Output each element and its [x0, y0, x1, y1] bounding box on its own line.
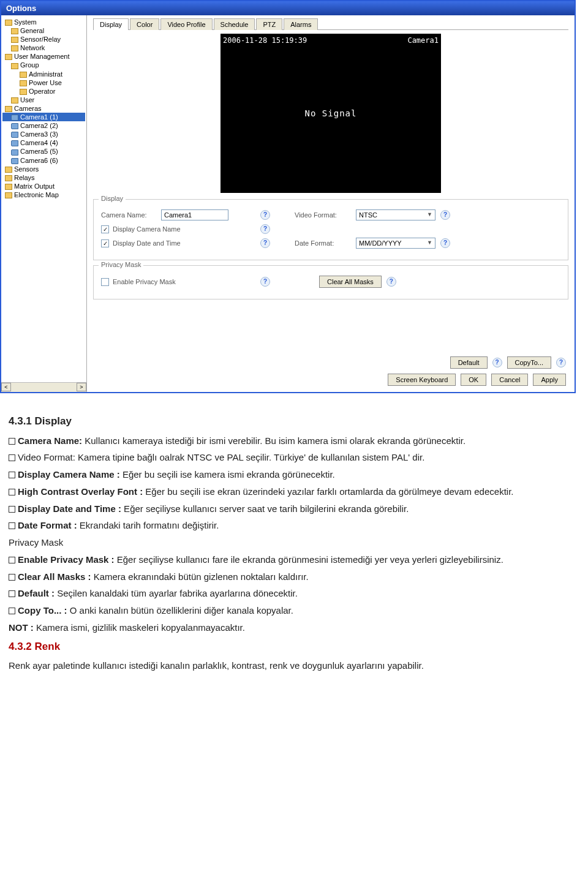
- folder-icon: [5, 192, 12, 198]
- tree-item-camera5-5-[interactable]: Camera5 (5): [2, 147, 85, 156]
- tree-item-label: Operator: [29, 88, 55, 95]
- tree-item-camera6-6-[interactable]: Camera6 (6): [2, 156, 85, 165]
- camera-icon: [11, 158, 18, 164]
- scroll-right-icon[interactable]: >: [77, 383, 86, 391]
- tree-item-network[interactable]: Network: [2, 43, 85, 52]
- tree-item-label: Relays: [14, 174, 35, 181]
- camera-icon: [11, 149, 18, 156]
- tree-item-label: Matrix Output: [14, 183, 55, 190]
- tree-item-electronic-map[interactable]: Electronic Map: [2, 190, 85, 199]
- folder-icon: [11, 45, 18, 51]
- tree-item-label: User: [20, 96, 34, 104]
- tree-item-matrix-output[interactable]: Matrix Output: [2, 182, 85, 190]
- item-body: Kullanıcı kameraya istediği bir ismi ver…: [82, 435, 466, 446]
- help-icon[interactable]: ?: [492, 358, 502, 367]
- video-format-label: Video Format:: [295, 211, 351, 219]
- help-icon[interactable]: ?: [260, 210, 270, 220]
- folder-icon: [5, 167, 12, 173]
- square-icon: [9, 557, 15, 563]
- item-body: Video Format: Kamera tipine bağlı oalrak…: [18, 452, 424, 462]
- apply-button[interactable]: Apply: [533, 374, 566, 386]
- tree-item-label: Camera6 (6): [20, 157, 58, 164]
- item-body: Kamera ismi, gizlilik maskeleri kopyalan…: [34, 622, 245, 633]
- display-camera-name-label: Display Camera Name: [113, 225, 181, 233]
- tab-display[interactable]: Display: [93, 18, 129, 30]
- tree-item-relays[interactable]: Relays: [2, 173, 85, 182]
- preview-camera-label: Camera1: [407, 36, 439, 45]
- screen-keyboard-button[interactable]: Screen Keyboard: [388, 374, 456, 386]
- default-button[interactable]: Default: [450, 356, 488, 369]
- tree-scrollbar[interactable]: < >: [1, 382, 86, 392]
- help-icon[interactable]: ?: [260, 277, 270, 287]
- tree-item-camera1-1-[interactable]: Camera1 (1): [2, 113, 85, 121]
- display-group: Display Camera Name: Camera1 ? Video For…: [93, 199, 568, 260]
- tree-panel: SystemGeneralSensor/RelayNetworkUser Man…: [1, 15, 87, 392]
- item-body: Renk ayar paletinde kullanıcı istediği k…: [9, 659, 579, 672]
- item-title: Display Date and Time :: [18, 503, 121, 514]
- folder-icon: [5, 20, 12, 26]
- doc-item: Clear All Masks : Kamera ekranındaki büt…: [9, 570, 579, 584]
- clear-all-masks-button[interactable]: Clear All Masks: [319, 276, 382, 288]
- doc-item: Display Camera Name : Eğer bu seçili ise…: [9, 468, 579, 481]
- help-icon[interactable]: ?: [556, 358, 566, 367]
- tree-item-administrat[interactable]: Administrat: [2, 70, 85, 78]
- tree-item-label: Electronic Map: [14, 191, 59, 198]
- chevron-down-icon: ▼: [427, 239, 432, 247]
- date-format-combo[interactable]: MM/DD/YYYY ▼: [356, 238, 435, 249]
- tree-item-operator[interactable]: Operator: [2, 87, 85, 96]
- doc-item: Camera Name: Kullanıcı kameraya istediği…: [9, 434, 579, 448]
- help-icon[interactable]: ?: [440, 238, 450, 248]
- tree-item-system[interactable]: System: [2, 18, 85, 26]
- folder-icon: [20, 89, 27, 95]
- tree-item-label: Sensors: [14, 165, 39, 173]
- video-format-combo[interactable]: NTSC ▼: [356, 209, 435, 220]
- tree-item-cameras[interactable]: Cameras: [2, 104, 85, 113]
- enable-privacy-checkbox[interactable]: [101, 278, 109, 286]
- titlebar[interactable]: Options: [1, 1, 575, 15]
- tree-item-group[interactable]: Group: [2, 61, 85, 69]
- folder-icon: [11, 97, 18, 104]
- tree-item-label: Administrat: [29, 70, 62, 78]
- item-body: Seçilen kanaldaki tüm ayarlar fabrika ay…: [55, 588, 298, 598]
- tree-item-sensor-relay[interactable]: Sensor/Relay: [2, 35, 85, 43]
- display-camera-name-checkbox[interactable]: ✓: [101, 225, 109, 233]
- square-icon: [9, 590, 15, 597]
- document-body: 4.3.1 Display Camera Name: Kullanıcı kam…: [0, 405, 588, 701]
- tab-alarms[interactable]: Alarms: [284, 18, 318, 30]
- privacy-mask-group: Privacy Mask Enable Privacy Mask ? Clear…: [93, 265, 568, 299]
- camera-preview: 2006-11-28 15:19:39 Camera1 No Signal: [221, 34, 441, 193]
- item-title: Default :: [18, 588, 55, 598]
- tree-item-label: Power Use: [29, 79, 62, 86]
- help-icon[interactable]: ?: [440, 210, 450, 220]
- display-date-time-checkbox[interactable]: ✓: [101, 239, 109, 247]
- tree-item-camera4-4-[interactable]: Camera4 (4): [2, 138, 85, 147]
- cancel-button[interactable]: Cancel: [491, 374, 528, 386]
- scroll-left-icon[interactable]: <: [1, 383, 11, 391]
- tree-item-label: Camera1 (1): [20, 113, 58, 121]
- tab-color[interactable]: Color: [130, 18, 159, 30]
- help-icon[interactable]: ?: [386, 277, 396, 287]
- help-icon[interactable]: ?: [260, 224, 270, 234]
- camera-icon: [11, 123, 18, 129]
- item-title: Clear All Masks :: [18, 571, 91, 582]
- tree-item-camera2-2-[interactable]: Camera2 (2): [2, 121, 85, 130]
- camera-name-input[interactable]: Camera1: [161, 209, 228, 220]
- help-icon[interactable]: ?: [260, 238, 270, 248]
- tab-video-profile[interactable]: Video Profile: [160, 18, 212, 30]
- square-icon: [9, 438, 15, 445]
- tree-item-sensors[interactable]: Sensors: [2, 165, 85, 173]
- options-window: Options SystemGeneralSensor/RelayNetwork…: [0, 0, 576, 393]
- tabs: DisplayColorVideo ProfileSchedulePTZAlar…: [93, 18, 568, 30]
- tree-item-label: General: [20, 27, 44, 34]
- tree-item-user-management[interactable]: User Management: [2, 52, 85, 61]
- square-icon: [9, 574, 15, 581]
- tree-item-user[interactable]: User: [2, 96, 85, 104]
- copy-to-button[interactable]: CopyTo...: [507, 356, 551, 369]
- tree-item-general[interactable]: General: [2, 26, 85, 35]
- tab-schedule[interactable]: Schedule: [214, 18, 255, 30]
- tab-ptz[interactable]: PTZ: [256, 18, 282, 30]
- ok-button[interactable]: OK: [461, 374, 486, 386]
- tree-item-power-use[interactable]: Power Use: [2, 78, 85, 87]
- tree-item-camera3-3-[interactable]: Camera3 (3): [2, 130, 85, 138]
- date-format-value: MM/DD/YYYY: [359, 239, 402, 247]
